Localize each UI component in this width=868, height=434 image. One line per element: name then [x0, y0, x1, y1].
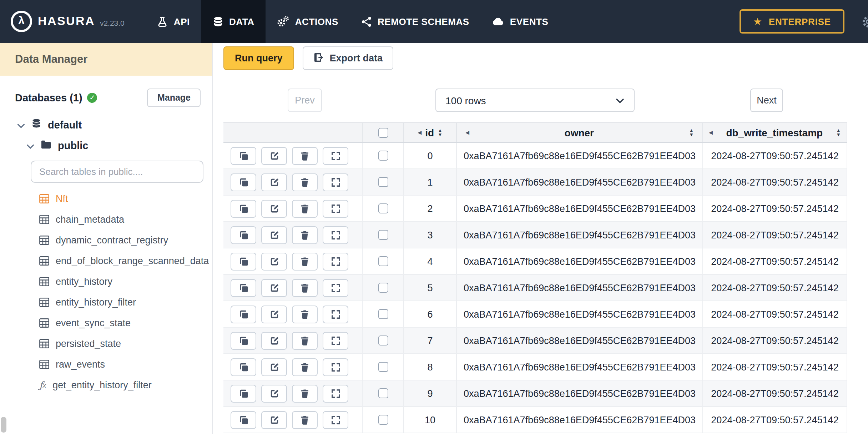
- sidebar-table-entity_history[interactable]: entity_history: [39, 271, 212, 292]
- row-checkbox[interactable]: [378, 177, 388, 187]
- sidebar-table-entity_history_filter[interactable]: entity_history_filter: [39, 292, 212, 313]
- clone-row-button[interactable]: [231, 384, 256, 402]
- column-header-owner[interactable]: ◂ owner ▲▼: [457, 123, 703, 142]
- scrollbar-thumb[interactable]: [1, 417, 6, 433]
- prev-page-button[interactable]: Prev: [288, 89, 322, 112]
- collapse-column-icon[interactable]: ◂: [465, 128, 469, 136]
- delete-row-button[interactable]: [292, 200, 318, 217]
- delete-row-button[interactable]: [292, 226, 318, 244]
- expand-row-button[interactable]: [323, 226, 348, 244]
- hasura-logo-icon[interactable]: λ: [11, 11, 32, 32]
- expand-row-button[interactable]: [323, 200, 348, 217]
- rows-per-page-select[interactable]: 100 rows: [435, 89, 635, 112]
- table-name: dynamic_contract_registry: [56, 235, 168, 246]
- clone-row-button[interactable]: [231, 173, 256, 191]
- manage-button[interactable]: Manage: [147, 89, 201, 107]
- edit-row-button[interactable]: [261, 384, 287, 402]
- expand-row-button[interactable]: [323, 252, 348, 270]
- edit-row-button[interactable]: [261, 411, 287, 429]
- clone-row-button[interactable]: [231, 200, 256, 217]
- expand-row-button[interactable]: [323, 332, 348, 349]
- sidebar-table-chain_metadata[interactable]: chain_metadata: [39, 209, 212, 230]
- row-checkbox[interactable]: [378, 151, 388, 161]
- sort-icon[interactable]: ▲▼: [836, 128, 841, 137]
- expand-row-button[interactable]: [323, 147, 348, 165]
- settings-gear-icon[interactable]: [862, 15, 868, 28]
- expand-row-button[interactable]: [323, 384, 348, 402]
- tree-item-public-schema[interactable]: public: [26, 140, 212, 151]
- column-header-db_write_timestamp[interactable]: ◂ db_write_timestamp ▲▼: [703, 123, 847, 142]
- row-checkbox[interactable]: [378, 415, 388, 425]
- chevron-down-icon[interactable]: [26, 140, 34, 151]
- sort-icon[interactable]: ▲▼: [438, 128, 442, 137]
- cell-db_write_timestamp: 2024-08-27T09:50:57.245142: [703, 328, 847, 353]
- tree-item-default-database[interactable]: default: [17, 118, 212, 131]
- edit-row-button[interactable]: [261, 226, 287, 244]
- select-all-checkbox[interactable]: [378, 127, 388, 137]
- edit-row-button[interactable]: [261, 173, 287, 191]
- sidebar-table-persisted_state[interactable]: persisted_state: [39, 333, 212, 354]
- row-checkbox[interactable]: [378, 362, 388, 372]
- nav-item-api[interactable]: API: [146, 0, 201, 43]
- sort-icon[interactable]: ▲▼: [689, 128, 694, 137]
- delete-row-button[interactable]: [292, 358, 318, 376]
- export-data-button[interactable]: Export data: [303, 46, 394, 70]
- sidebar-table-Nft[interactable]: Nft: [39, 188, 212, 209]
- clone-row-button[interactable]: [231, 358, 256, 376]
- clone-row-button[interactable]: [231, 147, 256, 165]
- collapse-column-icon[interactable]: ◂: [709, 128, 713, 136]
- enterprise-button[interactable]: ★ ENTERPRISE: [740, 9, 844, 34]
- row-checkbox[interactable]: [378, 203, 388, 213]
- row-checkbox[interactable]: [378, 309, 388, 319]
- sidebar-table-dynamic_contract_registry[interactable]: dynamic_contract_registry: [39, 230, 212, 251]
- sidebar-table-event_sync_state[interactable]: event_sync_state: [39, 313, 212, 333]
- row-checkbox[interactable]: [378, 256, 388, 266]
- collapse-column-icon[interactable]: ◂: [418, 128, 422, 136]
- nav-item-remote-schemas[interactable]: REMOTE SCHEMAS: [350, 0, 481, 43]
- next-page-button[interactable]: Next: [750, 89, 783, 112]
- row-checkbox[interactable]: [378, 388, 388, 398]
- expand-row-button[interactable]: [323, 358, 348, 376]
- search-tables-input[interactable]: [31, 161, 203, 183]
- cell-owner: 0xaBA7161A7fb69c88e16ED9f455CE62B791EE4D…: [457, 354, 703, 380]
- nav-item-data[interactable]: DATA: [201, 0, 266, 43]
- clone-row-button[interactable]: [231, 305, 256, 323]
- run-query-button[interactable]: Run query: [223, 46, 294, 70]
- edit-row-button[interactable]: [261, 200, 287, 217]
- sidebar-table-end_of_block_range_scanned_data[interactable]: end_of_block_range_scanned_data: [39, 251, 212, 271]
- delete-row-button[interactable]: [292, 173, 318, 191]
- nav-item-actions[interactable]: ACTIONS: [266, 0, 350, 43]
- delete-row-button[interactable]: [292, 332, 318, 349]
- delete-row-button[interactable]: [292, 384, 318, 402]
- row-actions: [223, 196, 363, 221]
- clone-row-button[interactable]: [231, 411, 256, 429]
- column-header-id[interactable]: ◂ id ▲▼: [404, 123, 457, 142]
- edit-row-button[interactable]: [261, 147, 287, 165]
- clone-row-button[interactable]: [231, 252, 256, 270]
- delete-row-button[interactable]: [292, 411, 318, 429]
- nav-item-events[interactable]: EVENTS: [481, 0, 560, 43]
- cell-db_write_timestamp: 2024-08-27T09:50:57.245142: [703, 196, 847, 221]
- sidebar-function-get_entity_history_filter[interactable]: ƒxget_entity_history_filter: [39, 375, 212, 395]
- edit-row-button[interactable]: [261, 358, 287, 376]
- row-checkbox[interactable]: [378, 230, 388, 240]
- expand-row-button[interactable]: [323, 305, 348, 323]
- clone-row-button[interactable]: [231, 279, 256, 297]
- sidebar-table-raw_events[interactable]: raw_events: [39, 354, 212, 375]
- edit-row-button[interactable]: [261, 332, 287, 349]
- edit-row-button[interactable]: [261, 305, 287, 323]
- clone-row-button[interactable]: [231, 226, 256, 244]
- edit-row-button[interactable]: [261, 279, 287, 297]
- delete-row-button[interactable]: [292, 147, 318, 165]
- clone-row-button[interactable]: [231, 332, 256, 349]
- chevron-down-icon[interactable]: [17, 119, 25, 130]
- expand-row-button[interactable]: [323, 173, 348, 191]
- edit-row-button[interactable]: [261, 252, 287, 270]
- expand-row-button[interactable]: [323, 279, 348, 297]
- delete-row-button[interactable]: [292, 279, 318, 297]
- row-checkbox[interactable]: [378, 335, 388, 345]
- row-checkbox[interactable]: [378, 283, 388, 293]
- delete-row-button[interactable]: [292, 252, 318, 270]
- expand-row-button[interactable]: [323, 411, 348, 429]
- delete-row-button[interactable]: [292, 305, 318, 323]
